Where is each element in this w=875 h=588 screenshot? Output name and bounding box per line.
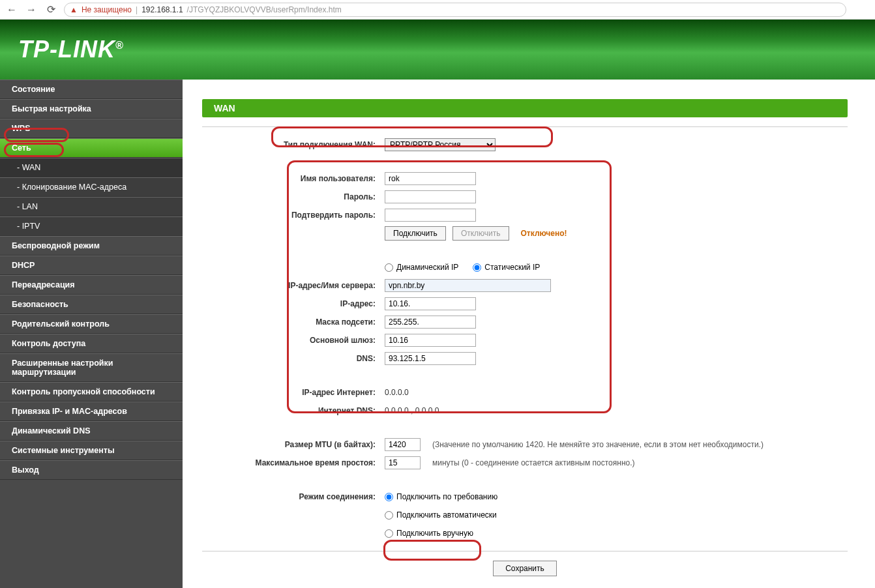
inet-ip-label: IP-адрес Интернет: (202, 388, 385, 397)
sidebar-item-5[interactable]: - Клонирование MAC-адреса (0, 177, 183, 197)
dynamic-ip-radio[interactable]: Динамический IP (385, 263, 458, 272)
password-confirm-input[interactable] (385, 209, 476, 222)
sidebar-item-18[interactable]: Системные инструменты (0, 441, 183, 460)
mode-manual-radio[interactable]: Подключить вручную (385, 529, 473, 538)
url-host: 192.168.1.1 (141, 5, 183, 14)
conn-type-select[interactable]: PPTP/PPTP Россия (385, 138, 496, 151)
reload-button[interactable]: ⟳ (44, 3, 57, 16)
sidebar-item-17[interactable]: Динамический DNS (0, 421, 183, 441)
password-input[interactable] (385, 190, 476, 203)
sidebar-item-0[interactable]: Состояние (0, 80, 183, 99)
forward-button[interactable]: → (25, 3, 38, 16)
password2-label: Подтвердить пароль: (202, 211, 385, 220)
inet-ip-value: 0.0.0.0 (385, 388, 409, 397)
sidebar-item-12[interactable]: Родительский контроль (0, 314, 183, 334)
brand-logo: TP-LINK® (18, 36, 124, 63)
browser-toolbar: ← → ⟳ ▲ Не защищено | 192.168.1.1/JTGYQZ… (0, 0, 875, 20)
static-ip-radio[interactable]: Статический IP (473, 263, 540, 272)
idle-label: Максимальное время простоя: (202, 458, 385, 467)
sidebar-item-9[interactable]: DHCP (0, 256, 183, 275)
sidebar-item-14[interactable]: Расширенные настройки маршрутизации (0, 353, 183, 382)
sidebar-item-8[interactable]: Беспроводной режим (0, 236, 183, 256)
sidebar-item-7[interactable]: - IPTV (0, 216, 183, 236)
dns-input[interactable] (385, 352, 476, 365)
mode-auto-radio[interactable]: Подключить автоматически (385, 510, 497, 520)
server-label: IP-адрес/Имя сервера: (202, 281, 385, 290)
ip-label: IP-адрес: (202, 299, 385, 308)
inet-dns-value: 0.0.0.0 , 0.0.0.0 (385, 406, 439, 415)
app-header: TP-LINK® (0, 20, 875, 80)
page-title: WAN (202, 99, 848, 117)
conn-type-label: Тип подключения WAN: (202, 140, 385, 149)
gateway-label: Основной шлюз: (202, 336, 385, 345)
server-input[interactable] (385, 279, 551, 292)
connection-status: Отключено! (521, 229, 567, 238)
gateway-input[interactable] (385, 334, 476, 347)
disconnect-button[interactable]: Отключить (452, 226, 509, 241)
sidebar-item-1[interactable]: Быстрая настройка (0, 99, 183, 119)
sidebar-item-2[interactable]: WPS (0, 119, 183, 138)
idle-input[interactable] (385, 456, 421, 469)
sidebar-item-6[interactable]: - LAN (0, 197, 183, 216)
mtu-label: Размер MTU (в байтах): (202, 440, 385, 449)
mask-input[interactable] (385, 316, 476, 329)
sidebar-item-3[interactable]: Сеть (0, 138, 183, 158)
divider-bottom (202, 551, 848, 551)
dns-label: DNS: (202, 354, 385, 363)
url-path: /JTGYQZJBKOLVQVVB/userRpm/Index.htm (187, 5, 342, 14)
back-button[interactable]: ← (5, 3, 18, 16)
mode-on-demand-radio[interactable]: Подключить по требованию (385, 492, 497, 501)
mask-label: Маска подсети: (202, 317, 385, 327)
connect-button[interactable]: Подключить (385, 226, 446, 241)
inet-dns-label: Интернет DNS: (202, 406, 385, 415)
username-input[interactable] (385, 172, 476, 185)
mtu-input[interactable] (385, 438, 421, 451)
username-label: Имя пользователя: (202, 174, 385, 183)
conn-mode-label: Режим соединения: (202, 492, 385, 501)
sidebar-item-19[interactable]: Выход (0, 460, 183, 480)
sidebar-item-15[interactable]: Контроль пропускной способности (0, 382, 183, 402)
sidebar: СостояниеБыстрая настройкаWPSСеть- WAN- … (0, 80, 183, 588)
mtu-hint: (Значение по умолчанию 1420. Не меняйте … (432, 440, 764, 449)
ip-input[interactable] (385, 297, 476, 310)
sidebar-item-11[interactable]: Безопасность (0, 295, 183, 314)
save-button[interactable]: Сохранить (493, 561, 557, 576)
sidebar-item-4[interactable]: - WAN (0, 158, 183, 177)
main-content: WAN Тип подключения WAN: PPTP/PPTP Росси… (183, 80, 875, 588)
url-separator: | (136, 5, 138, 14)
address-bar[interactable]: ▲ Не защищено | 192.168.1.1/JTGYQZJBKOLV… (64, 3, 846, 17)
insecure-icon: ▲ (70, 5, 78, 14)
password-label: Пароль: (202, 192, 385, 201)
sidebar-item-10[interactable]: Переадресация (0, 275, 183, 295)
sidebar-item-16[interactable]: Привязка IP- и MAC-адресов (0, 402, 183, 421)
idle-hint: минуты (0 - соединение остается активным… (432, 458, 635, 467)
sidebar-item-13[interactable]: Контроль доступа (0, 334, 183, 353)
not-secure-label: Не защищено (82, 5, 132, 14)
divider (202, 126, 848, 127)
